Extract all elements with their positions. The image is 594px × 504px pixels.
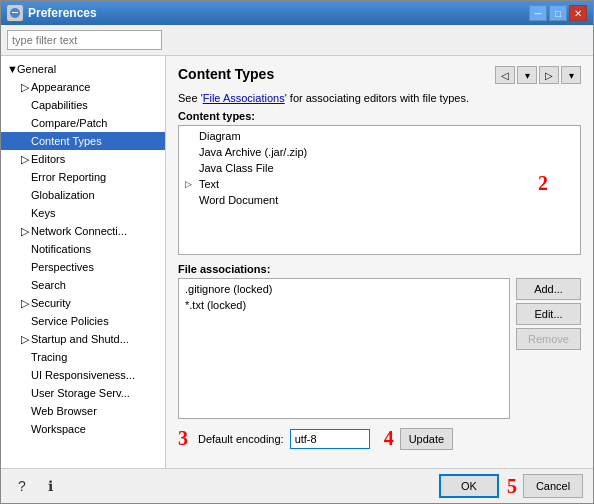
file-assoc-list[interactable]: .gitignore (locked) *.txt (locked) bbox=[178, 278, 510, 419]
fa-item-gitignore[interactable]: .gitignore (locked) bbox=[181, 281, 507, 297]
panel-title: Content Types bbox=[178, 66, 274, 82]
encoding-row: 3 Default encoding: 4 Update bbox=[178, 427, 581, 450]
filter-input[interactable] bbox=[7, 30, 162, 50]
encoding-input[interactable] bbox=[290, 429, 370, 449]
content-types-list[interactable]: Diagram Java Archive (.jar/.zip) Java Cl… bbox=[178, 125, 581, 255]
sidebar-item-content-types[interactable]: Content Types bbox=[1, 132, 165, 150]
window-title: Preferences bbox=[28, 6, 97, 20]
preferences-window: Preferences ─ □ ✕ ▼General ▷Appearance bbox=[0, 0, 594, 504]
title-bar-controls: ─ □ ✕ bbox=[529, 5, 587, 21]
svg-rect-1 bbox=[12, 12, 18, 13]
forward-button[interactable]: ▷ bbox=[539, 66, 559, 84]
sidebar-item-ui-responsiveness[interactable]: UI Responsiveness... bbox=[1, 366, 165, 384]
description-line: See 'File Associations' for associating … bbox=[178, 92, 581, 104]
encoding-label: Default encoding: bbox=[198, 433, 284, 445]
sidebar-item-service-policies[interactable]: Service Policies bbox=[1, 312, 165, 330]
update-button[interactable]: Update bbox=[400, 428, 453, 450]
sidebar-item-security[interactable]: ▷Security bbox=[1, 294, 165, 312]
sidebar-item-general[interactable]: ▼General bbox=[1, 60, 165, 78]
main-content: ▼General ▷Appearance Capabilities Compar… bbox=[1, 25, 593, 503]
sidebar-item-compare-patch[interactable]: Compare/Patch bbox=[1, 114, 165, 132]
title-bar-left: Preferences bbox=[7, 5, 97, 21]
filter-bar bbox=[1, 25, 593, 56]
ok-button[interactable]: OK bbox=[439, 474, 499, 498]
ct-item-java-archive[interactable]: Java Archive (.jar/.zip) bbox=[181, 144, 578, 160]
bottom-action-buttons: OK 5 Cancel bbox=[439, 474, 583, 498]
back-button[interactable]: ◁ bbox=[495, 66, 515, 84]
sidebar: ▼General ▷Appearance Capabilities Compar… bbox=[1, 56, 166, 468]
main-area: ▼General ▷Appearance Capabilities Compar… bbox=[1, 56, 593, 468]
window-icon bbox=[7, 5, 23, 21]
sidebar-item-perspectives[interactable]: Perspectives bbox=[1, 258, 165, 276]
maximize-button[interactable]: □ bbox=[549, 5, 567, 21]
close-button[interactable]: ✕ bbox=[569, 5, 587, 21]
sidebar-item-workspace[interactable]: Workspace bbox=[1, 420, 165, 438]
sidebar-item-network[interactable]: ▷Network Connecti... bbox=[1, 222, 165, 240]
title-bar: Preferences ─ □ ✕ bbox=[1, 1, 593, 25]
sidebar-item-startup[interactable]: ▷Startup and Shutd... bbox=[1, 330, 165, 348]
remove-button[interactable]: Remove bbox=[516, 328, 581, 350]
cancel-button[interactable]: Cancel bbox=[523, 474, 583, 498]
right-panel: Content Types ◁ ▾ ▷ ▾ See 'File Associat… bbox=[166, 56, 593, 468]
sidebar-item-editors[interactable]: ▷Editors bbox=[1, 150, 165, 168]
file-assoc-area: .gitignore (locked) *.txt (locked) Add..… bbox=[178, 278, 581, 419]
toolbar-row: ◁ ▾ ▷ ▾ bbox=[495, 66, 581, 84]
sidebar-item-notifications[interactable]: Notifications bbox=[1, 240, 165, 258]
bottom-bar: ? ℹ OK 5 Cancel bbox=[1, 468, 593, 503]
info-button[interactable]: ℹ bbox=[39, 475, 61, 497]
sidebar-item-error-reporting[interactable]: Error Reporting bbox=[1, 168, 165, 186]
dropdown-button[interactable]: ▾ bbox=[517, 66, 537, 84]
sidebar-item-globalization[interactable]: Globalization bbox=[1, 186, 165, 204]
sidebar-item-web-browser[interactable]: Web Browser bbox=[1, 402, 165, 420]
sidebar-item-search[interactable]: Search bbox=[1, 276, 165, 294]
content-types-label: Content types: bbox=[178, 110, 581, 122]
file-associations-link[interactable]: File Associations bbox=[203, 92, 285, 104]
menu-button[interactable]: ▾ bbox=[561, 66, 581, 84]
ct-item-java-class[interactable]: Java Class File bbox=[181, 160, 578, 176]
minimize-button[interactable]: ─ bbox=[529, 5, 547, 21]
help-button[interactable]: ? bbox=[11, 475, 33, 497]
sidebar-item-appearance[interactable]: ▷Appearance bbox=[1, 78, 165, 96]
edit-button[interactable]: Edit... bbox=[516, 303, 581, 325]
ct-item-diagram[interactable]: Diagram bbox=[181, 128, 578, 144]
fa-item-txt[interactable]: *.txt (locked) bbox=[181, 297, 507, 313]
file-assoc-buttons: Add... Edit... Remove bbox=[516, 278, 581, 419]
sidebar-item-user-storage[interactable]: User Storage Serv... bbox=[1, 384, 165, 402]
sidebar-item-capabilities[interactable]: Capabilities bbox=[1, 96, 165, 114]
add-button[interactable]: Add... bbox=[516, 278, 581, 300]
ct-item-word-doc[interactable]: Word Document bbox=[181, 192, 578, 208]
sidebar-item-keys[interactable]: Keys bbox=[1, 204, 165, 222]
bottom-icons: ? ℹ bbox=[11, 475, 61, 497]
ct-item-text[interactable]: ▷Text 2 bbox=[181, 176, 578, 192]
sidebar-item-tracing[interactable]: Tracing bbox=[1, 348, 165, 366]
file-assoc-label: File associations: bbox=[178, 263, 581, 275]
